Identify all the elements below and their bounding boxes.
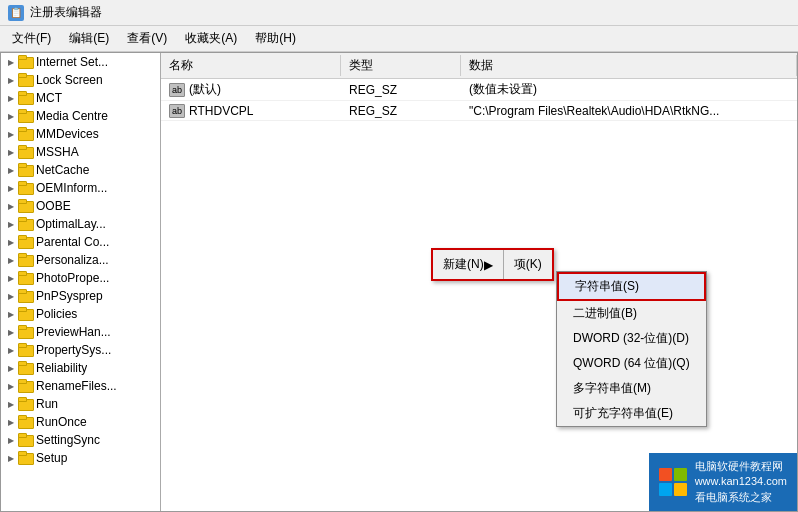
tree-item-renamefiles[interactable]: ▶ RenameFiles... <box>1 377 160 395</box>
tree-item-previewhand[interactable]: ▶ PreviewHan... <box>1 323 160 341</box>
tree-label: MMDevices <box>36 127 99 141</box>
tree-item-mct[interactable]: ▶ MCT <box>1 89 160 107</box>
td-name-default: ab (默认) <box>161 79 341 100</box>
tree-label: SettingSync <box>36 433 100 447</box>
folder-icon <box>17 145 33 159</box>
reg-type-icon: ab <box>169 83 185 97</box>
folder-icon <box>17 451 33 465</box>
folder-icon <box>17 415 33 429</box>
td-name-rthdvcpl: ab RTHDVCPL <box>161 102 341 120</box>
tree-item-parental-co[interactable]: ▶ Parental Co... <box>1 233 160 251</box>
folder-icon <box>17 361 33 375</box>
folder-icon <box>17 325 33 339</box>
tree-arrow: ▶ <box>5 110 17 122</box>
table-row[interactable]: ab RTHDVCPL REG_SZ "C:\Program Files\Rea… <box>161 101 797 121</box>
tree-item-settingsync[interactable]: ▶ SettingSync <box>1 431 160 449</box>
tree-item-photoprope[interactable]: ▶ PhotoPrope... <box>1 269 160 287</box>
tree-arrow: ▶ <box>5 416 17 428</box>
window-title: 注册表编辑器 <box>30 4 102 21</box>
tree-panel: ▶ Internet Set... ▶ Lock Screen ▶ MCT ▶ … <box>1 53 161 511</box>
tree-label: RenameFiles... <box>36 379 117 393</box>
tree-arrow: ▶ <box>5 182 17 194</box>
folder-icon <box>17 289 33 303</box>
tree-item-optimallay[interactable]: ▶ OptimalLay... <box>1 215 160 233</box>
tree-label: NetCache <box>36 163 89 177</box>
folder-icon <box>17 91 33 105</box>
tree-item-mmdevices[interactable]: ▶ MMDevices <box>1 125 160 143</box>
tree-label: Internet Set... <box>36 55 108 69</box>
tree-label: PropertySys... <box>36 343 111 357</box>
folder-icon <box>17 109 33 123</box>
tree-label: Personaliza... <box>36 253 109 267</box>
tree-label: Run <box>36 397 58 411</box>
win-logo-q1 <box>659 468 672 481</box>
content-panel: 名称 类型 数据 ab (默认) REG_SZ (数值未设置) ab RTHDV… <box>161 53 797 511</box>
tree-arrow: ▶ <box>5 398 17 410</box>
main-container: ▶ Internet Set... ▶ Lock Screen ▶ MCT ▶ … <box>0 52 798 512</box>
col-name: 名称 <box>161 55 341 76</box>
tree-item-personaliza[interactable]: ▶ Personaliza... <box>1 251 160 269</box>
tree-item-netcache[interactable]: ▶ NetCache <box>1 161 160 179</box>
tree-arrow: ▶ <box>5 236 17 248</box>
tree-item-setup[interactable]: ▶ Setup <box>1 449 160 467</box>
table-row[interactable]: ab (默认) REG_SZ (数值未设置) <box>161 79 797 101</box>
folder-icon <box>17 73 33 87</box>
menu-edit[interactable]: 编辑(E) <box>61 28 117 49</box>
tree-item-runonce[interactable]: ▶ RunOnce <box>1 413 160 431</box>
tree-arrow: ▶ <box>5 146 17 158</box>
tree-arrow: ▶ <box>5 254 17 266</box>
folder-icon <box>17 343 33 357</box>
tree-label: MCT <box>36 91 62 105</box>
folder-icon <box>17 217 33 231</box>
watermark: 电脑软硬件教程网 www.kan1234.com 看电脑系统之家 <box>649 453 797 511</box>
td-data-rthdvcpl: "C:\Program Files\Realtek\Audio\HDA\RtkN… <box>461 102 797 120</box>
tree-arrow: ▶ <box>5 74 17 86</box>
tree-item-run[interactable]: ▶ Run <box>1 395 160 413</box>
tree-label: Policies <box>36 307 77 321</box>
tree-item-oobe[interactable]: ▶ OOBE <box>1 197 160 215</box>
tree-item-propertysys[interactable]: ▶ PropertySys... <box>1 341 160 359</box>
tree-item-internet-set[interactable]: ▶ Internet Set... <box>1 53 160 71</box>
tree-arrow: ▶ <box>5 272 17 284</box>
tree-item-pnpsysprep[interactable]: ▶ PnPSysprep <box>1 287 160 305</box>
tree-item-media-centre[interactable]: ▶ Media Centre <box>1 107 160 125</box>
tree-label: OOBE <box>36 199 71 213</box>
tree-arrow: ▶ <box>5 380 17 392</box>
tree-item-reliability[interactable]: ▶ Reliability <box>1 359 160 377</box>
tree-arrow: ▶ <box>5 362 17 374</box>
tree-item-mssha[interactable]: ▶ MSSHA <box>1 143 160 161</box>
tree-arrow: ▶ <box>5 290 17 302</box>
tree-scroll[interactable]: ▶ Internet Set... ▶ Lock Screen ▶ MCT ▶ … <box>1 53 160 511</box>
tree-label: Reliability <box>36 361 87 375</box>
watermark-text: 电脑软硬件教程网 www.kan1234.com 看电脑系统之家 <box>695 459 787 505</box>
watermark-line1: 电脑软硬件教程网 <box>695 459 787 474</box>
td-type-default: REG_SZ <box>341 81 461 99</box>
folder-icon <box>17 163 33 177</box>
col-type: 类型 <box>341 55 461 76</box>
menu-file[interactable]: 文件(F) <box>4 28 59 49</box>
watermark-line2: www.kan1234.com <box>695 474 787 489</box>
menu-favorites[interactable]: 收藏夹(A) <box>177 28 245 49</box>
tree-label: PhotoPrope... <box>36 271 109 285</box>
table-header: 名称 类型 数据 <box>161 53 797 79</box>
folder-icon <box>17 199 33 213</box>
td-data-default: (数值未设置) <box>461 79 797 100</box>
tree-label: MSSHA <box>36 145 79 159</box>
tree-arrow: ▶ <box>5 434 17 446</box>
menu-help[interactable]: 帮助(H) <box>247 28 304 49</box>
tree-label: OEMInform... <box>36 181 107 195</box>
folder-icon <box>17 127 33 141</box>
tree-item-lock-screen[interactable]: ▶ Lock Screen <box>1 71 160 89</box>
folder-icon <box>17 433 33 447</box>
menu-view[interactable]: 查看(V) <box>119 28 175 49</box>
td-type-rthdvcpl: REG_SZ <box>341 102 461 120</box>
tree-item-oeminform[interactable]: ▶ OEMInform... <box>1 179 160 197</box>
tree-item-policies[interactable]: ▶ Policies <box>1 305 160 323</box>
folder-icon <box>17 379 33 393</box>
folder-icon <box>17 253 33 267</box>
folder-icon <box>17 55 33 69</box>
tree-arrow: ▶ <box>5 128 17 140</box>
win-logo-q3 <box>659 483 672 496</box>
reg-type-icon: ab <box>169 104 185 118</box>
folder-icon <box>17 181 33 195</box>
